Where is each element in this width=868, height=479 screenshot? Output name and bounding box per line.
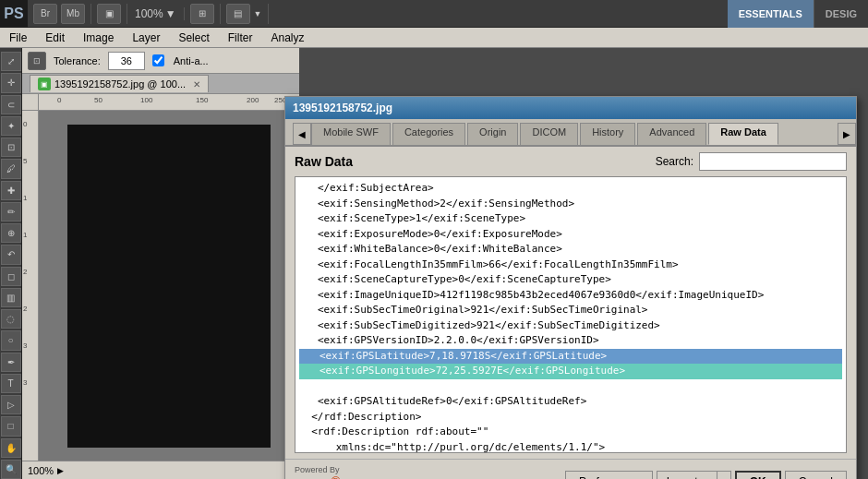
- move-tool[interactable]: ✛: [1, 73, 21, 92]
- tool-options-bar: ⊡ Tolerance: Anti-a...: [22, 48, 299, 74]
- gradient-tool[interactable]: ▥: [1, 288, 21, 307]
- anti-alias-checkbox[interactable]: [152, 54, 164, 66]
- dialog-bottom-bar: Powered By xmp® Preferences Import... ▼ …: [285, 459, 856, 479]
- menu-filter[interactable]: Filter: [219, 30, 262, 46]
- menu-file[interactable]: File: [0, 30, 36, 46]
- clone-tool[interactable]: ⊕: [1, 223, 21, 243]
- ruler-left-tick-2: 1: [23, 194, 27, 202]
- path-tool[interactable]: ▷: [1, 395, 21, 414]
- ok-button[interactable]: OK: [735, 471, 781, 479]
- tab-origin[interactable]: Origin: [467, 123, 518, 145]
- canvas-tab-bar: ▣ 1395192158752.jpg @ 100... ✕: [22, 74, 299, 94]
- eyedropper-tool[interactable]: 🖊: [1, 159, 21, 178]
- zoom-value: 100%: [135, 7, 163, 20]
- magic-wand-tool[interactable]: ✦: [1, 116, 21, 136]
- canvas-area: ⊡ Tolerance: Anti-a... ▣ 1395192158752.j…: [22, 48, 299, 479]
- dialog-tabs: ◀ Mobile SWF Categories Origin DICOM His…: [285, 119, 856, 147]
- icon-group-1: Br Mb: [28, 4, 91, 24]
- text-tool[interactable]: T: [1, 374, 21, 393]
- tool-preset[interactable]: ⊡: [28, 52, 46, 70]
- preferences-button[interactable]: Preferences: [565, 471, 653, 479]
- xmp-branding: Powered By xmp®: [295, 465, 341, 479]
- arrange-dropdown-icon[interactable]: ▼: [254, 9, 262, 18]
- menu-image[interactable]: Image: [74, 30, 123, 46]
- canvas-window: 0 50 100 150 200 250 0 5 1 1 2 2 3: [22, 94, 299, 479]
- crop-tool[interactable]: ⊡: [1, 138, 21, 157]
- canvas-body: 0 5 1 1 2 2 3 3: [22, 111, 299, 461]
- ruler-tick-150: 150: [196, 96, 208, 104]
- selection-tool[interactable]: ⤢: [1, 52, 21, 71]
- ps-logo: PS: [0, 0, 28, 28]
- search-label: Search:: [656, 155, 693, 168]
- brush-tool[interactable]: ✏: [1, 202, 21, 222]
- canvas-close-icon[interactable]: ✕: [193, 79, 200, 90]
- tab-mobile-swf[interactable]: Mobile SWF: [311, 123, 391, 145]
- icon-group-3: ⊞: [185, 4, 221, 24]
- tolerance-label: Tolerance:: [54, 55, 101, 66]
- tab-history[interactable]: History: [580, 123, 635, 145]
- ruler-left-tick-5: 2: [23, 305, 27, 313]
- left-toolbar: ⤢ ✛ ⊂ ✦ ⊡ 🖊 ✚ ✏ ⊕ ↶ ◻ ▥ ◌ ○ ✒ T ▷ □ ✋ 🔍: [0, 48, 22, 479]
- menu-edit[interactable]: Edit: [36, 30, 74, 46]
- zoom-box: 100% ▼: [127, 7, 185, 20]
- design-button[interactable]: DESIG: [814, 0, 868, 28]
- ruler-left-tick-1: 5: [23, 157, 27, 165]
- pen-tool[interactable]: ✒: [1, 353, 21, 372]
- import-button[interactable]: Import...: [657, 471, 717, 479]
- dodge-tool[interactable]: ○: [1, 330, 21, 350]
- bridge-icon[interactable]: Br: [33, 4, 57, 24]
- healing-tool[interactable]: ✚: [1, 181, 21, 200]
- main-area: ⤢ ✛ ⊂ ✦ ⊡ 🖊 ✚ ✏ ⊕ ↶ ◻ ▥ ◌ ○ ✒ T ▷ □ ✋ 🔍 …: [0, 48, 868, 479]
- eraser-tool[interactable]: ◻: [1, 267, 21, 286]
- dialog-title: 1395192158752.jpg: [293, 102, 392, 114]
- tab-nav-right[interactable]: ▶: [838, 123, 856, 145]
- menu-select[interactable]: Select: [169, 30, 218, 46]
- menu-layer[interactable]: Layer: [123, 30, 169, 46]
- status-zoom: 100%: [28, 465, 54, 476]
- menu-analyze[interactable]: Analyz: [261, 30, 313, 46]
- mini-bridge-icon[interactable]: Mb: [61, 4, 85, 24]
- blur-tool[interactable]: ◌: [1, 309, 21, 329]
- ruler-left-tick-0: 0: [23, 120, 27, 128]
- search-row: Search:: [656, 152, 847, 171]
- import-button-group: Import... ▼: [657, 471, 731, 479]
- ruler-left: 0 5 1 1 2 2 3 3: [22, 111, 39, 461]
- frame-icon[interactable]: ▣: [97, 4, 121, 24]
- menu-bar: File Edit Image Layer Select Filter Anal…: [0, 28, 868, 48]
- ruler-corner: [22, 94, 39, 111]
- status-triangle-icon[interactable]: ▶: [57, 466, 64, 475]
- tab-raw-data[interactable]: Raw Data: [708, 123, 778, 145]
- ruler-row: 0 50 100 150 200 250: [22, 94, 299, 111]
- lasso-tool[interactable]: ⊂: [1, 95, 21, 114]
- anti-alias-label: Anti-a...: [174, 55, 209, 66]
- section-title: Raw Data: [295, 154, 353, 169]
- powered-by-label: Powered By: [295, 465, 340, 474]
- shape-tool[interactable]: □: [1, 416, 21, 436]
- hand-tool[interactable]: ✋: [1, 438, 21, 458]
- dialog-buttons: Preferences Import... ▼ OK Cancel: [565, 471, 847, 479]
- zoom-tool[interactable]: 🔍: [1, 460, 21, 479]
- tab-dicom[interactable]: DICOM: [520, 123, 578, 145]
- tab-nav-left[interactable]: ◀: [293, 123, 311, 145]
- search-input[interactable]: [699, 152, 847, 171]
- ruler-left-tick-4: 2: [23, 268, 27, 276]
- ruler-tick-0: 0: [57, 96, 61, 104]
- arrange-icon[interactable]: ▤: [226, 4, 250, 24]
- ruler-tick-50: 50: [94, 96, 102, 104]
- ruler-left-tick-6: 3: [23, 341, 27, 350]
- tab-advanced[interactable]: Advanced: [637, 123, 706, 145]
- dialog-content[interactable]: </exif:SubjectArea> <exif:SensingMethod>…: [295, 176, 847, 453]
- canvas-status-bar: 100% ▶: [22, 461, 299, 479]
- essentials-button[interactable]: ESSENTIALS: [728, 0, 814, 28]
- tab-categories[interactable]: Categories: [392, 123, 465, 145]
- history-brush-tool[interactable]: ↶: [1, 245, 21, 264]
- view-icon[interactable]: ⊞: [190, 4, 214, 24]
- cancel-button[interactable]: Cancel: [785, 471, 847, 479]
- canvas-layer-icon: ▣: [38, 78, 51, 90]
- xml-content-pre: </exif:SubjectArea> <exif:SensingMethod>…: [299, 181, 842, 453]
- tolerance-input[interactable]: [108, 52, 145, 70]
- canvas-tab-title[interactable]: 1395192158752.jpg @ 100...: [54, 78, 186, 90]
- import-dropdown-button[interactable]: ▼: [717, 471, 731, 479]
- dialog-title-bar: 1395192158752.jpg: [285, 97, 856, 119]
- zoom-dropdown-icon[interactable]: ▼: [165, 7, 176, 20]
